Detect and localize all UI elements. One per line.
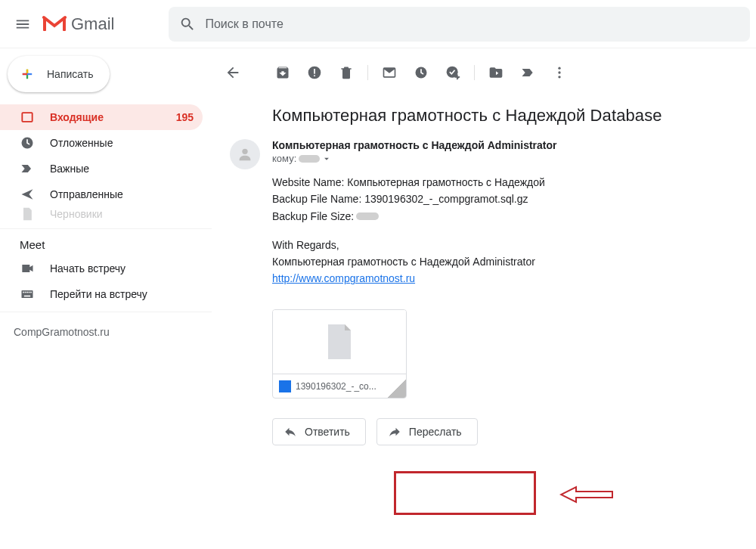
sidebar-item-sent[interactable]: Отправленные	[0, 181, 203, 207]
move-to-button[interactable]	[481, 57, 511, 88]
attachment-chip[interactable]: 1390196302_-_co...	[272, 309, 407, 399]
archive-icon	[275, 65, 290, 80]
drafts-icon	[20, 207, 35, 221]
more-vert-icon	[552, 65, 567, 80]
folder-move-icon	[488, 65, 503, 80]
hamburger-icon	[14, 16, 31, 33]
archive-button[interactable]	[268, 57, 298, 88]
sidebar-item-label: Входящие	[50, 111, 104, 123]
svg-rect-5	[23, 292, 24, 293]
svg-point-18	[558, 76, 560, 78]
svg-point-17	[558, 71, 560, 73]
more-button[interactable]	[544, 57, 575, 88]
corner-fold-icon	[388, 380, 406, 398]
svg-point-19	[242, 149, 247, 154]
gmail-logo-icon	[42, 15, 67, 33]
attachment-filename: 1390196302_-_co...	[296, 381, 376, 392]
svg-rect-6	[25, 292, 26, 293]
svg-rect-4	[22, 290, 33, 298]
chevron-down-icon	[321, 154, 332, 164]
plus-icon	[17, 64, 38, 85]
search-placeholder: Поиск в почте	[205, 17, 283, 31]
reply-button[interactable]: Ответить	[272, 418, 366, 445]
compose-button[interactable]: Написать	[8, 56, 110, 92]
snooze-button[interactable]	[406, 57, 436, 88]
forward-button[interactable]: Переслать	[376, 418, 478, 445]
meet-item-label: Перейти на встречу	[50, 288, 147, 300]
reply-label: Ответить	[305, 426, 350, 438]
svg-rect-13	[314, 75, 315, 76]
mark-unread-button[interactable]	[374, 57, 404, 88]
recipient-redacted	[299, 155, 320, 163]
label-icon	[520, 65, 535, 80]
labels-button[interactable]	[513, 57, 543, 88]
trash-icon	[339, 65, 354, 80]
message-toolbar	[218, 54, 756, 91]
inbox-icon	[20, 110, 35, 125]
meet-item-label: Начать встречу	[50, 262, 125, 274]
spam-button[interactable]	[299, 57, 330, 88]
sender-name: Компьютерная грамотность с Надеждой Admi…	[272, 139, 756, 151]
svg-rect-7	[26, 292, 28, 293]
sidebar-item-drafts[interactable]: Черновики	[0, 207, 203, 221]
add-tasks-button[interactable]	[438, 57, 468, 88]
task-icon	[445, 65, 460, 80]
meet-section-title: Meet	[0, 231, 212, 256]
file-icon	[326, 324, 353, 359]
sidebar-item-snoozed[interactable]: Отложенные	[0, 130, 203, 156]
sidebar-item-important[interactable]: Важные	[0, 156, 203, 181]
sidebar-item-label: Отложенные	[50, 137, 113, 149]
message-subject: Компьютерная грамотность с Надеждой Data…	[272, 106, 756, 126]
clock-icon	[20, 135, 35, 150]
filesize-redacted	[356, 212, 379, 220]
gmail-logo[interactable]: Gmail	[42, 14, 114, 34]
gmail-logo-text: Gmail	[71, 14, 114, 34]
svg-rect-12	[314, 69, 315, 74]
spam-icon	[307, 65, 322, 80]
main-menu-button[interactable]	[6, 8, 39, 41]
file-type-icon	[279, 380, 291, 392]
search-bar[interactable]: Поиск в почте	[169, 7, 750, 42]
sidebar-footer-label: CompGramotnost.ru	[0, 312, 212, 352]
back-button[interactable]	[218, 57, 248, 88]
svg-point-16	[558, 67, 560, 70]
to-prefix: кому:	[272, 153, 296, 164]
video-icon	[20, 261, 35, 276]
delete-button[interactable]	[331, 57, 361, 88]
keyboard-icon	[20, 287, 35, 302]
clock-icon	[414, 65, 429, 80]
meet-start[interactable]: Начать встречу	[0, 256, 203, 281]
message-body: Website Name: Компьютерная грамотность с…	[272, 175, 756, 287]
svg-rect-8	[29, 292, 30, 293]
reply-icon	[284, 425, 297, 439]
mail-icon	[382, 65, 397, 80]
svg-rect-0	[43, 17, 46, 31]
important-icon	[20, 161, 35, 176]
meet-join[interactable]: Перейти на встречу	[0, 281, 203, 307]
search-icon	[179, 16, 196, 33]
inbox-count: 195	[176, 111, 194, 123]
sidebar-item-label: Отправленные	[50, 188, 123, 200]
svg-rect-2	[22, 113, 32, 122]
sidebar-item-inbox[interactable]: Входящие 195	[0, 104, 203, 130]
compose-label: Написать	[47, 68, 93, 80]
sent-icon	[20, 187, 35, 202]
sidebar-item-label: Важные	[50, 163, 89, 175]
svg-rect-1	[63, 17, 66, 31]
recipient-line[interactable]: кому:	[272, 153, 756, 164]
svg-rect-10	[24, 296, 30, 297]
sidebar-item-label: Черновики	[50, 208, 103, 220]
forward-label: Переслать	[409, 426, 462, 438]
person-icon	[237, 146, 253, 163]
sender-avatar[interactable]	[230, 139, 260, 169]
forward-icon	[388, 425, 401, 439]
signature-link[interactable]: http://www.compgramotnost.ru	[272, 272, 415, 284]
back-icon	[225, 64, 241, 81]
svg-rect-9	[30, 292, 32, 293]
